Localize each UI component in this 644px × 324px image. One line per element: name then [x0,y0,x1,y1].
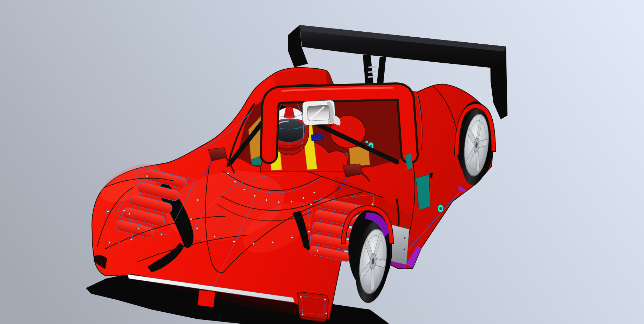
dash-dot-cyan [366,141,368,143]
harness-buckle [311,134,323,141]
nose-pillar [197,290,215,307]
cad-viewport[interactable] [0,0,644,324]
model-render[interactable] [0,0,644,324]
